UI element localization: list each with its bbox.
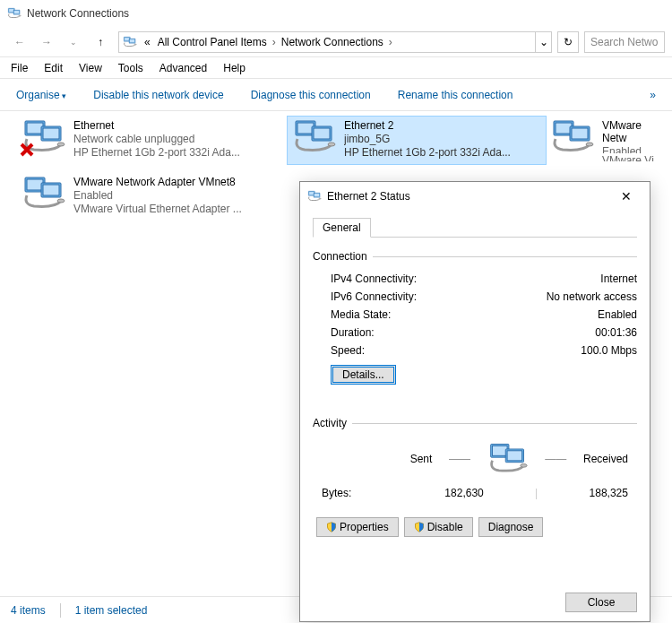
connection-item[interactable]: Ethernet 2jimbo_5GHP Ethernet 1Gb 2-port… xyxy=(287,116,547,165)
connection-status: jimbo_5G xyxy=(344,133,511,145)
bytes-sent: 182,630 xyxy=(444,487,483,499)
speed-value: 100.0 Mbps xyxy=(581,344,637,357)
adapter-icon xyxy=(550,119,595,155)
ethernet-status-dialog: Ethernet 2 Status ✕ General Connection I… xyxy=(299,181,650,622)
connection-item[interactable]: VMware NetwEnabledVMware Virtua xyxy=(545,116,672,165)
sent-label: Sent xyxy=(410,453,433,465)
connection-adapter: HP Ethernet 1Gb 2-port 332i Ada... xyxy=(73,146,240,159)
address-dropdown[interactable]: ⌄ xyxy=(535,32,551,52)
adapter-icon xyxy=(22,176,66,212)
recent-dropdown[interactable]: ⌄ xyxy=(61,31,86,53)
crumb-network-connections[interactable]: Network Connections xyxy=(278,36,387,48)
connection-adapter: VMware Virtua xyxy=(602,154,667,162)
disable-device-button[interactable]: Disable this network device xyxy=(93,89,223,101)
details-button[interactable]: Details... xyxy=(331,365,396,385)
connection-group: Connection xyxy=(313,250,637,263)
search-input[interactable]: Search Netwo xyxy=(584,31,665,53)
rename-connection-button[interactable]: Rename this connection xyxy=(398,89,513,101)
crumb-control-panel[interactable]: All Control Panel Items xyxy=(154,36,271,48)
connection-name: Ethernet xyxy=(73,119,240,132)
dialog-title-bar[interactable]: Ethernet 2 Status ✕ xyxy=(300,182,650,211)
forward-button[interactable]: → xyxy=(34,31,59,53)
refresh-button[interactable]: ↻ xyxy=(557,31,579,53)
activity-group: Activity xyxy=(313,417,637,429)
connection-status: Enabled xyxy=(602,145,667,153)
duration-value: 00:01:36 xyxy=(595,326,637,339)
tab-general[interactable]: General xyxy=(313,218,371,238)
close-icon[interactable]: ✕ xyxy=(610,182,642,211)
menu-file[interactable]: File xyxy=(11,62,28,74)
status-item-count: 4 items xyxy=(11,604,46,617)
menu-tools[interactable]: Tools xyxy=(118,62,143,74)
connection-status: Network cable unplugged xyxy=(73,133,240,145)
connection-name: VMware Netw xyxy=(602,119,667,144)
received-label: Received xyxy=(583,453,628,465)
close-button[interactable]: Close xyxy=(565,593,637,612)
bytes-received: 188,325 xyxy=(590,487,628,499)
connection-name: Ethernet 2 xyxy=(344,119,511,132)
connection-adapter: HP Ethernet 1Gb 2-port 332i Ada... xyxy=(344,146,511,159)
connection-item[interactable]: EthernetNetwork cable unpluggedHP Ethern… xyxy=(16,116,276,165)
media-label: Media State: xyxy=(331,308,391,321)
connection-adapter: VMware Virtual Ethernet Adapter ... xyxy=(73,203,242,215)
adapter-icon xyxy=(307,189,322,203)
media-value: Enabled xyxy=(598,308,637,321)
window-title: Network Connections xyxy=(27,7,129,20)
speed-label: Speed: xyxy=(331,344,365,357)
connection-status: Enabled xyxy=(73,189,242,202)
overflow-button[interactable]: » xyxy=(650,89,656,101)
menu-bar: File Edit View Tools Advanced Help xyxy=(0,57,672,79)
adapter-icon xyxy=(22,119,66,155)
menu-edit[interactable]: Edit xyxy=(44,62,63,74)
connection-name: VMware Network Adapter VMnet8 xyxy=(73,176,242,188)
crumb-prefix[interactable]: « xyxy=(141,36,154,48)
activity-icon xyxy=(487,442,529,476)
chevron-right-icon[interactable]: › xyxy=(387,36,394,48)
disable-button[interactable]: Disable xyxy=(404,517,473,537)
status-selected-count: 1 item selected xyxy=(75,604,148,617)
menu-advanced[interactable]: Advanced xyxy=(159,62,207,74)
network-icon xyxy=(7,6,22,21)
ipv6-label: IPv6 Connectivity: xyxy=(331,290,417,303)
menu-view[interactable]: View xyxy=(79,62,102,74)
addr-icon xyxy=(123,35,137,49)
diagnose-button[interactable]: Diagnose xyxy=(478,517,544,537)
organise-button[interactable]: Organise xyxy=(16,89,66,101)
command-bar: Organise Disable this network device Dia… xyxy=(0,79,672,111)
diagnose-connection-button[interactable]: Diagnose this connection xyxy=(251,89,371,101)
ipv6-value: No network access xyxy=(547,290,637,303)
menu-help[interactable]: Help xyxy=(223,62,246,74)
up-button[interactable]: ↑ xyxy=(88,31,113,53)
dialog-title: Ethernet 2 Status xyxy=(327,190,610,203)
bytes-label: Bytes: xyxy=(322,487,393,499)
ipv4-label: IPv4 Connectivity: xyxy=(331,273,417,285)
address-bar[interactable]: « All Control Panel Items › Network Conn… xyxy=(118,31,552,53)
connection-item[interactable]: VMware Network Adapter VMnet8EnabledVMwa… xyxy=(16,172,276,221)
adapter-icon xyxy=(292,119,337,155)
chevron-right-icon[interactable]: › xyxy=(271,36,278,48)
properties-button[interactable]: Properties xyxy=(316,517,399,537)
back-button[interactable]: ← xyxy=(7,31,32,53)
shield-icon xyxy=(326,522,337,532)
title-bar: Network Connections xyxy=(0,0,672,27)
navigation-row: ← → ⌄ ↑ « All Control Panel Items › Netw… xyxy=(0,27,672,57)
duration-label: Duration: xyxy=(331,326,375,339)
ipv4-value: Internet xyxy=(600,273,637,285)
shield-icon xyxy=(414,522,425,532)
